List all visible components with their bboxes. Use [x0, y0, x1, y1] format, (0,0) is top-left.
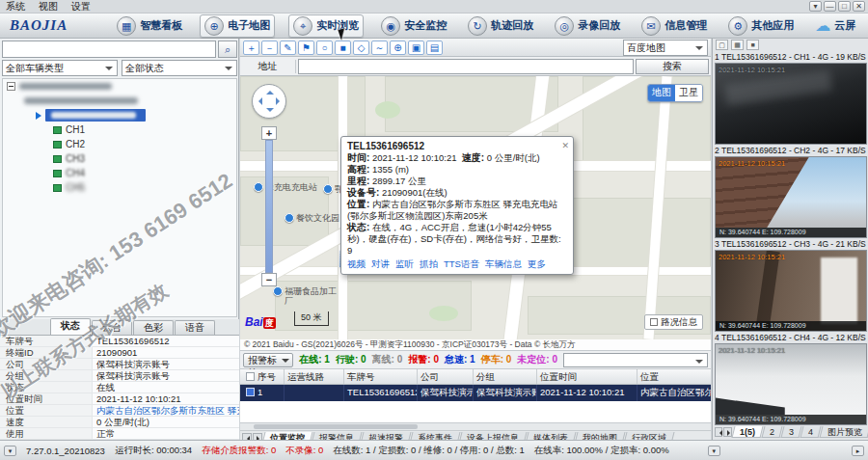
pan-right-icon[interactable]	[276, 97, 284, 105]
toolbar-cloud-screen[interactable]: ☁ 云屏	[811, 14, 859, 38]
tab-scroll-left-icon[interactable]	[715, 427, 722, 437]
tree-channel-item[interactable]: CH5	[3, 180, 236, 195]
popup-link-intercom[interactable]: 对讲	[371, 258, 390, 270]
collapse-icon[interactable]	[7, 82, 15, 91]
tab-image-preview[interactable]: 图片预览	[820, 426, 868, 438]
vehicle-tree[interactable]: CH1 CH2 CH3 CH4 CH5	[2, 78, 237, 317]
popup-link-more[interactable]: 更多	[528, 258, 546, 270]
traffic-checkbox[interactable]: 路况信息	[644, 314, 703, 330]
pan-down-icon[interactable]	[266, 108, 274, 116]
menu-view[interactable]: 视图	[39, 0, 58, 14]
tab-color[interactable]: 色彩	[133, 320, 174, 335]
zoom-track[interactable]	[265, 140, 273, 273]
layout-1x1-icon[interactable]: ▢	[716, 40, 728, 50]
poi-food-factory[interactable]: 福珊食品加工厂	[273, 286, 339, 306]
map-canvas[interactable]: 驿充电充电站 鄂尔伊勤 餐饮文化园 福珊食品加工厂 + − TEL1536169…	[240, 76, 711, 339]
horizontal-scrollbar[interactable]	[240, 423, 711, 431]
toolbar-other-apps[interactable]: ⚙ 其他应用	[724, 14, 798, 38]
popup-link-vehicle-info[interactable]: 车辆信息	[485, 258, 522, 270]
tree-channel-item[interactable]: CH4	[3, 166, 236, 180]
menu-settings[interactable]: 设置	[71, 0, 91, 14]
layout-2x2-icon[interactable]: ▦	[731, 40, 744, 50]
toolbar-e-map[interactable]: ⊕ 电子地图	[200, 14, 275, 38]
popup-link-snapshot[interactable]: 抓拍	[420, 258, 438, 270]
alarm-tag-button[interactable]: 报警标签	[243, 353, 293, 367]
video-timestamp: 2021-11-12 10:15:21	[719, 159, 785, 168]
video-feed-ch1[interactable]: 2021-11-12 10:15:21	[715, 63, 867, 145]
minimize-icon[interactable]: —	[824, 1, 836, 12]
popup-close-icon[interactable]: ✕	[561, 140, 569, 151]
skin-icon[interactable]: ▾	[809, 1, 822, 12]
tab-scroll-right-icon[interactable]	[723, 427, 731, 437]
zoom-box-icon[interactable]: ⊕	[390, 41, 406, 55]
tree-root-node[interactable]	[3, 79, 236, 94]
vehicle-filter-select[interactable]	[563, 353, 708, 367]
slider-zoom-in-icon[interactable]: +	[261, 126, 277, 140]
draw-polygon-icon[interactable]: ◇	[353, 41, 369, 55]
tab-page-1[interactable]: 1(5)	[731, 426, 763, 438]
tab-page-4[interactable]: 4	[800, 426, 821, 438]
prop-location-link[interactable]: 内蒙古自治区鄂尔多斯市东胜区 驿充电充电站(鄂尔	[93, 405, 239, 416]
map-pan-control[interactable]	[252, 84, 286, 119]
tab-status[interactable]: 状态	[50, 318, 91, 335]
measure-icon[interactable]: ✎	[280, 41, 296, 55]
toolbar-smart-board[interactable]: ▦ 智慧看板	[113, 14, 186, 38]
fullscreen-icon[interactable]: ▣	[408, 41, 424, 55]
pan-left-icon[interactable]	[255, 97, 262, 105]
pan-up-icon[interactable]	[266, 87, 274, 95]
layers-icon[interactable]: ▤	[426, 41, 443, 55]
status-menu-icon[interactable]: ▾	[4, 446, 16, 456]
vehicle-type-select[interactable]: 全部车辆类型	[2, 60, 118, 76]
slider-zoom-out-icon[interactable]: −	[261, 273, 277, 286]
search-icon[interactable]: ⌕	[218, 41, 237, 58]
status-collapse-icon[interactable]: ▾	[708, 446, 720, 456]
mark-icon[interactable]: ⚑	[298, 41, 314, 55]
tree-channel-item[interactable]: CH2	[3, 137, 236, 151]
poi-food-culture-park[interactable]: 餐饮文化园	[285, 213, 339, 223]
popup-link-video[interactable]: 视频	[347, 258, 366, 270]
vehicle-search-input[interactable]	[2, 41, 216, 58]
tab-voice[interactable]: 语音	[175, 320, 215, 335]
toolbar-track-playback[interactable]: ↻ 轨迹回放	[464, 14, 537, 38]
video-feed-ch2[interactable]: 2021-11-12 10:15:21 N: 39.640744 E: 109.…	[715, 156, 867, 238]
tab-page-3[interactable]: 3	[780, 426, 801, 438]
map-provider-select[interactable]: 百度地图	[623, 40, 708, 56]
tree-channel-item[interactable]: CH1	[3, 122, 236, 137]
map-type-map[interactable]: 地图	[648, 85, 675, 101]
address-search-button[interactable]: 搜索	[636, 59, 709, 74]
draw-polyline-icon[interactable]: ～	[371, 41, 388, 55]
popup-link-tts[interactable]: TTS语音	[444, 258, 479, 270]
menu-system[interactable]: 系统	[6, 0, 25, 14]
scrollbar-thumb[interactable]	[254, 424, 418, 429]
zoom-out-icon[interactable]: －	[261, 41, 278, 55]
tab-page-2[interactable]: 2	[761, 426, 782, 438]
tree-channel-item[interactable]: CH3	[3, 151, 236, 166]
toolbar-info-management[interactable]: ✉ 信息管理	[637, 14, 711, 38]
toolbar-video-playback[interactable]: ◎ 录像回放	[551, 14, 624, 38]
row-checkbox[interactable]	[246, 388, 255, 396]
vehicle-status-select[interactable]: 全部状态	[122, 60, 237, 76]
zoom-in-icon[interactable]: ＋	[243, 41, 259, 55]
close-icon[interactable]: ✕	[853, 1, 865, 12]
draw-rect-icon[interactable]: ■	[335, 41, 351, 55]
tree-group-node[interactable]	[3, 94, 236, 108]
layout-stop-icon[interactable]: ■	[746, 40, 759, 50]
select-all-checkbox[interactable]	[246, 372, 255, 381]
draw-circle-icon[interactable]: ○	[316, 41, 333, 55]
address-input[interactable]	[298, 59, 634, 74]
maximize-icon[interactable]: □	[838, 1, 851, 12]
video-feed-ch4[interactable]: 2021-11-12 10:15:21 N: 39.640744 E: 109.…	[715, 343, 867, 425]
video-tab-strip: 1(5) 2 3 4 图片预览	[713, 426, 868, 438]
toolbar-safety-monitor[interactable]: ◉ 安全监控	[377, 14, 450, 38]
tree-vehicle-node-selected[interactable]	[3, 108, 236, 122]
tab-ptz[interactable]: 云台	[92, 320, 132, 335]
map-type-satellite[interactable]: 卫星	[675, 85, 702, 101]
toolbar-live-view[interactable]: ⌖ 实时浏览	[288, 14, 364, 38]
map-zoom-slider[interactable]: + −	[261, 126, 277, 286]
vehicle-property-grid: 车牌号TEL15361696512 终端ID21090901 公司保驾科技演示账…	[0, 336, 239, 440]
table-row[interactable]: 1 TEL15361696512 保驾科技演示账号 保驾科技演示账号 2021-…	[240, 385, 711, 401]
status-expand-icon[interactable]: ▸	[852, 446, 864, 456]
video-feed-ch3[interactable]: 2021-11-12 10:15:21 N: 39.640744 E: 109.…	[715, 250, 867, 332]
popup-link-listen[interactable]: 监听	[395, 258, 414, 270]
cell-time: 2021-11-12 10:10:21	[537, 385, 637, 401]
